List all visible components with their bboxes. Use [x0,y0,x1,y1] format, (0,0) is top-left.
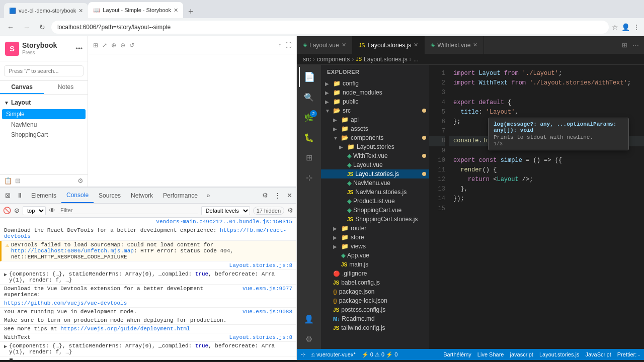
tab-performance[interactable]: Performance [158,188,203,203]
vue-devtools-link[interactable]: https://github.com/vuejs/vue-devtools [4,300,127,306]
status-remote-icon[interactable]: ⊹ [301,351,305,358]
file-item-views[interactable]: ▶ 📁 views [321,242,429,251]
new-tab-button[interactable]: + [183,5,199,18]
file-item-postcss[interactable]: JS postcss.config.js [321,305,429,314]
canvas-share-icon[interactable]: ↑ [278,42,281,49]
sidebar-icon-source-control[interactable]: 🌿 2 [299,107,319,127]
breadcrumb-file[interactable]: Layout.stories.js [364,56,408,63]
console-source-1[interactable]: vendors~main.c49c212..01.bundle.js:15031… [156,219,292,225]
file-item-app-vue[interactable]: ◈ App.vue [321,251,429,260]
file-item-package-json[interactable]: {} package.json [321,287,429,296]
file-item-main-js[interactable]: JS main.js [321,260,429,269]
sidebar-icon-debug[interactable]: 🐛 [299,127,319,147]
grid-icon[interactable]: ⊞ [93,42,98,49]
file-item-store[interactable]: ▶ 📁 store [321,233,429,242]
sidebar-icon-extensions[interactable]: ⊞ [299,147,319,167]
file-item-navmenu-stories[interactable]: JS NavMenu.stories.js [321,188,429,197]
sb-item-simple[interactable]: Simple [2,109,86,119]
user-icon[interactable]: 👤 [621,23,630,31]
file-item-assets[interactable]: ▶ 📁 assets [321,124,429,133]
file-item-layout-stories-js[interactable]: JS Layout.stories.js [321,169,429,178]
breadcrumb-more[interactable]: ... [414,56,419,63]
file-item-layout-vue[interactable]: ◈ Layout.vue [321,160,429,169]
file-item-src[interactable]: ▼ 📂 src [321,106,429,115]
console-settings-icon[interactable]: ⚙ [287,207,293,214]
breadcrumb-src[interactable]: src [303,56,311,63]
file-item-config[interactable]: ▶ 📁 config [321,79,429,88]
sb-settings-icon[interactable]: ⚙ [77,177,84,185]
deployment-link[interactable]: https://vuejs.org/guide/deployment.html [60,326,190,332]
zoom-out-icon[interactable]: ⊖ [120,42,125,49]
file-item-navmenu-vue[interactable]: ◈ NavMenu.vue [321,178,429,188]
console-source-4[interactable]: Layout.stories.js:8 [229,262,292,268]
levels-select[interactable]: Default levels [201,206,250,215]
file-item-components[interactable]: ▼ 📂 components [321,133,429,142]
file-item-shoppingcart-vue[interactable]: ◈ ShoppingCart.vue [321,206,429,215]
status-errors[interactable]: ⚡ 0 ⚠ 0 ⚡ 0 [362,351,398,358]
vscode-tab-layout-vue[interactable]: ◈ Layout.vue ✕ [297,36,353,54]
tab-sources[interactable]: Sources [94,188,126,203]
console-filter-input[interactable] [58,207,198,214]
devtools-link[interactable]: https://fb.me/react-devtools [4,227,286,239]
sidebar-icon-remote[interactable]: ⊹ [299,167,319,188]
tab-close-layout-vue[interactable]: ✕ [342,42,346,48]
console-cursor[interactable] [10,358,13,360]
sb-search-input[interactable] [4,65,84,76]
file-item-tailwind[interactable]: JS tailwind.config.js [321,323,429,332]
tab-canvas[interactable]: Canvas [0,81,44,94]
devtools-more[interactable]: » [203,190,214,201]
sidebar-icon-account[interactable]: 👤 [299,309,319,329]
editor-more-icon[interactable]: ⋯ [630,40,641,50]
breadcrumb-components[interactable]: components [317,56,350,63]
file-item-babel[interactable]: JS babel.config.js [321,278,429,287]
file-item-shoppingcart-stories[interactable]: JS ShoppingCart.stories.js [321,215,429,224]
menu-button[interactable]: ⋮ [633,23,640,31]
tab-close-stories[interactable]: ✕ [414,42,418,48]
browser-tab-active[interactable]: 📖 Layout - Simple - Storybook ✕ [88,2,183,18]
sidebar-icon-files[interactable]: 📄 [299,67,319,87]
tab-notes[interactable]: Notes [44,81,88,94]
hidden-count-badge[interactable]: 17 hidden [253,207,284,215]
devtools-pause-icon[interactable]: ⏸ [14,191,26,200]
bookmark-button[interactable]: ☆ [612,23,618,31]
file-item-public[interactable]: ▶ 📁 public [321,97,429,106]
layout-stories-link[interactable]: Layout.stories.js:8 [229,334,292,340]
reload-button[interactable]: ↻ [36,21,48,33]
console-filter-icon[interactable]: ⊘ [14,207,20,214]
devtools-close-icon[interactable]: ✕ [285,191,294,200]
tab-console[interactable]: Console [61,188,94,203]
tab-close-1[interactable]: ✕ [78,8,83,14]
back-button[interactable]: ← [4,21,17,33]
clear-console-icon[interactable]: 🚫 [3,207,11,214]
expand-icon[interactable]: ⤢ [102,42,107,49]
split-editor-icon[interactable]: ⊞ [620,40,629,50]
vscode-tab-layout-stories[interactable]: JS Layout.stories.js ✕ [353,36,425,54]
sb-more-button[interactable]: ••• [75,45,83,52]
sourcemap-link[interactable]: http://localhost:6006/unfetch.mjs.map [11,248,134,254]
vue-esm-link-2[interactable]: vue.esm.js:9088 [243,309,292,315]
devtools-panel-icon[interactable]: ⊠ [2,191,14,200]
file-item-router[interactable]: ▶ 📁 router [321,224,429,233]
expand-btn-12[interactable]: ▶ [4,343,7,349]
canvas-link-icon[interactable]: ⛶ [285,42,291,49]
context-select[interactable]: top [23,206,46,215]
tab-close-withtext[interactable]: ✕ [473,42,477,48]
sb-docs-icon[interactable]: 📋 [4,177,12,185]
status-prettier[interactable]: Prettier: - [617,351,640,357]
sb-item-navmenu[interactable]: NavMenu [0,120,88,130]
code-lines[interactable]: import Layout from './Layout'; import Wi… [449,65,644,349]
tab-elements[interactable]: Elements [26,188,61,203]
file-item-withtext[interactable]: ◈ WithText.vue [321,151,429,160]
file-item-node-modules[interactable]: ▶ 📁 node_modules [321,88,429,97]
expand-btn-5[interactable]: ▶ [4,272,7,278]
file-item-api[interactable]: ▶ 📁 api [321,115,429,124]
sidebar-icon-search[interactable]: 🔍 [299,87,319,107]
devtools-settings-icon[interactable]: ⚙ [260,191,270,200]
vscode-tab-withtext[interactable]: ◈ Withtext.vue ✕ [425,36,484,54]
eye-icon[interactable]: 👁 [49,207,55,214]
status-filename[interactable]: Layout.stories.js [539,351,579,357]
vue-esm-link-1[interactable]: vue.esm.js:9077 [243,286,292,292]
address-bar[interactable] [51,21,609,34]
tab-network[interactable]: Network [126,188,158,203]
tab-close-2[interactable]: ✕ [174,7,178,14]
